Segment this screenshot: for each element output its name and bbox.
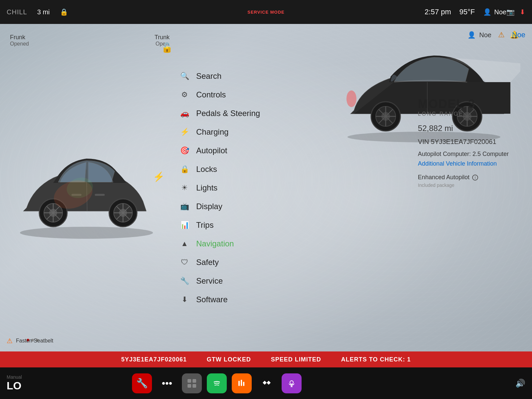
app-dots-icon[interactable]: ••• bbox=[157, 373, 177, 393]
unlock-icon: 🔓 bbox=[161, 42, 173, 53]
music-svg bbox=[236, 378, 247, 389]
menu-label-lights: Lights bbox=[196, 183, 217, 193]
frunk-label: Frunk Opened bbox=[10, 34, 29, 47]
speed-limited-status: SPEED LIMITED bbox=[271, 356, 321, 363]
menu-item-charging[interactable]: ⚡Charging bbox=[173, 123, 279, 141]
mileage-display: 52,882 mi bbox=[418, 124, 509, 133]
additional-info-link[interactable]: Additional Vehicle Information bbox=[418, 160, 509, 167]
menu-label-software: Software bbox=[196, 295, 228, 304]
top-status-bar: CHILL 3 mi 🔒 SERVICE MODE 2:57 pm 95°F 👤… bbox=[0, 0, 532, 24]
svg-rect-47 bbox=[286, 378, 297, 389]
menu-item-service[interactable]: 🔧Service bbox=[173, 272, 279, 290]
menu-icon-locks: 🔒 bbox=[180, 165, 190, 174]
menu-icon-controls: ⚙ bbox=[180, 90, 190, 99]
distance-display: 3 mi bbox=[37, 8, 50, 16]
menu-item-search[interactable]: 🔍Search bbox=[173, 67, 279, 85]
app-wrench-icon[interactable]: 🔧 bbox=[132, 373, 152, 393]
svg-rect-44 bbox=[241, 380, 242, 386]
menu-label-display: Display bbox=[196, 202, 222, 211]
svg-rect-38 bbox=[193, 379, 196, 383]
svg-point-35 bbox=[346, 90, 356, 107]
info-circle-icon: i bbox=[472, 175, 478, 181]
menu-item-software[interactable]: ⬇Software bbox=[173, 290, 279, 309]
app-grid-icon[interactable] bbox=[182, 373, 202, 393]
vin-status: 5YJ3E1EA7JF020061 bbox=[121, 356, 187, 363]
menu-item-trips[interactable]: 📊Trips bbox=[173, 216, 279, 234]
svg-rect-39 bbox=[188, 384, 191, 388]
top-bar-info: 2:57 pm 95°F 👤 Noe bbox=[425, 8, 506, 16]
svg-rect-40 bbox=[193, 384, 196, 388]
service-mode-center: SERVICE MODE bbox=[247, 10, 284, 15]
menu-icon-software: ⬇ bbox=[180, 295, 190, 304]
autopilot-computer: Autopilot Computer: 2.5 Computer bbox=[418, 151, 509, 158]
top-bar-right: 📷 ⬇ bbox=[506, 8, 525, 16]
menu-label-trips: Trips bbox=[196, 220, 213, 230]
car-left-image bbox=[7, 135, 166, 241]
volume-control[interactable]: 🔊 bbox=[515, 379, 525, 388]
svg-point-0 bbox=[20, 227, 153, 239]
vehicle-info-panel: Model 3 Long Range 52,882 mi VIN 5YJ3E1E… bbox=[411, 90, 515, 195]
camera-icon: 📷 bbox=[506, 8, 515, 16]
menu-item-controls[interactable]: ⚙Controls bbox=[173, 85, 279, 104]
right-info-area: 👤 Noe ⚠ 🔔 bbox=[299, 24, 532, 351]
bottom-status-bar: 5YJ3E1EA7JF020061 GTW LOCKED SPEED LIMIT… bbox=[0, 351, 532, 367]
menu-label-search: Search bbox=[196, 71, 221, 81]
main-content: Frunk Opened Trunk Open 🔓 bbox=[0, 24, 532, 351]
enhanced-autopilot: Enhanced Autopilot i bbox=[418, 174, 509, 181]
gtw-locked-status: GTW LOCKED bbox=[207, 356, 251, 363]
menu-label-pedals: Pedals & Steering bbox=[196, 109, 260, 118]
top-user-name: 👤 Noe bbox=[483, 8, 506, 16]
drive-mode: CHILL bbox=[7, 8, 27, 16]
menu-icon-service: 🔧 bbox=[180, 277, 190, 285]
top-bar-left: CHILL 3 mi 🔒 bbox=[7, 8, 425, 16]
drive-label: Manual LO bbox=[7, 374, 22, 392]
menu-item-pedals[interactable]: 🚗Pedals & Steering bbox=[173, 104, 279, 123]
svg-rect-45 bbox=[243, 382, 244, 386]
charging-bolt-icon: ⚡ bbox=[153, 171, 165, 182]
service-mode-label: SERVICE MODE bbox=[247, 10, 284, 15]
menu-item-navigation[interactable]: ▲Navigation bbox=[173, 234, 279, 253]
menu-icon-trips: 📊 bbox=[180, 221, 190, 229]
menu-icon-search: 🔍 bbox=[180, 72, 190, 80]
grid-svg bbox=[187, 378, 197, 388]
included-package: Included package bbox=[418, 183, 509, 188]
car-left-area: Frunk Opened Trunk Open 🔓 bbox=[0, 24, 186, 351]
model-variant: Long Range bbox=[418, 111, 509, 117]
menu-label-navigation: Navigation bbox=[196, 239, 234, 248]
podcast-svg bbox=[286, 378, 297, 389]
user-icon: 👤 bbox=[483, 8, 491, 16]
menu-label-controls: Controls bbox=[196, 90, 226, 99]
menu-icon-charging: ⚡ bbox=[180, 128, 190, 136]
menu-item-display[interactable]: 📺Display bbox=[173, 197, 279, 216]
menu-item-autopilot[interactable]: 🎯Autopilot bbox=[173, 141, 279, 160]
lock-icon: 🔒 bbox=[60, 8, 68, 16]
svg-rect-37 bbox=[188, 379, 191, 383]
spotify-svg bbox=[211, 378, 222, 389]
download-icon: ⬇ bbox=[520, 8, 525, 16]
menu-icon-navigation: ▲ bbox=[180, 239, 190, 248]
menu-icon-pedals: 🚗 bbox=[180, 109, 190, 118]
menu-label-charging: Charging bbox=[196, 127, 228, 137]
menu-icon-lights: ☀ bbox=[180, 184, 190, 192]
menu-label-autopilot: Autopilot bbox=[196, 146, 227, 155]
model-name: Model 3 bbox=[418, 97, 509, 111]
tidal-svg bbox=[261, 378, 272, 389]
menu-item-lights[interactable]: ☀Lights bbox=[173, 179, 279, 197]
fasten-seatbelt-warning: ⚠ Fasten Seatbelt bbox=[7, 337, 53, 345]
menu-icon-safety: 🛡 bbox=[180, 258, 190, 267]
svg-rect-46 bbox=[261, 378, 272, 389]
app-music-icon[interactable] bbox=[232, 373, 252, 393]
app-spotify-icon[interactable] bbox=[207, 373, 227, 393]
menu-item-safety[interactable]: 🛡Safety bbox=[173, 253, 279, 272]
menu-area: 🔍Search⚙Controls🚗Pedals & Steering⚡Charg… bbox=[173, 24, 279, 351]
app-tidal-icon[interactable] bbox=[257, 373, 277, 393]
menu-label-service: Service bbox=[196, 276, 223, 286]
alerts-status: ALERTS TO CHECK: 1 bbox=[341, 356, 411, 363]
menu-label-safety: Safety bbox=[196, 258, 219, 267]
taskbar: Manual LO 🔧 ••• bbox=[0, 367, 532, 399]
menu-item-locks[interactable]: 🔒Locks bbox=[173, 160, 279, 179]
temperature-display: 95°F bbox=[460, 8, 475, 16]
menu-icon-autopilot: 🎯 bbox=[180, 146, 190, 155]
menu-label-locks: Locks bbox=[196, 165, 217, 174]
app-podcast-icon[interactable] bbox=[282, 373, 302, 393]
